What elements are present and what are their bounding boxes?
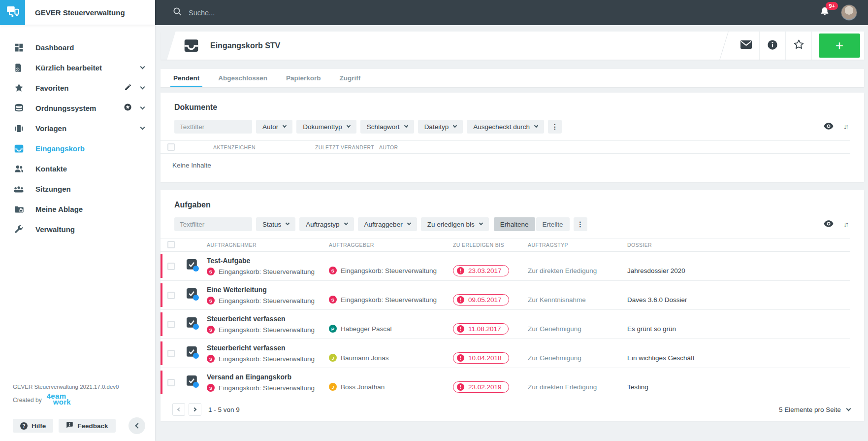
column-autor: AUTOR xyxy=(379,144,850,150)
row-checkbox[interactable] xyxy=(167,379,175,386)
task-title: Versand an Eingangskorb xyxy=(207,373,329,381)
task-row[interactable]: Versand an Eingangskorb SEingangskorb: S… xyxy=(161,368,850,397)
edit-pencil-icon[interactable] xyxy=(124,83,132,93)
recent-document-icon xyxy=(13,63,25,73)
select-all-checkbox[interactable] xyxy=(167,143,175,151)
column-zu-erledigen-bis: ZU ERLEDIGEN BIS xyxy=(453,242,528,248)
tab-pendent[interactable]: Pendent xyxy=(173,69,199,87)
sidebar-item-verwaltung[interactable]: Verwaltung xyxy=(0,219,155,239)
inbox-icon xyxy=(13,143,25,154)
status-filter-dropdown[interactable]: Status xyxy=(256,217,295,231)
application-window: GEVER Steuerverwaltung Dashboard Kürzlic… xyxy=(0,0,868,441)
sidebar-item-meine-ablage[interactable]: Meine Ablage xyxy=(0,199,155,219)
tasks-more-menu-button[interactable]: ⋮ xyxy=(574,217,587,231)
send-mail-button[interactable] xyxy=(733,32,759,60)
tasks-table-header: AUFTRAGNEHMER AUFTRAGGEBER ZU ERLEDIGEN … xyxy=(161,238,850,251)
global-search[interactable]: Suche... xyxy=(173,7,819,18)
notification-count-badge: 9+ xyxy=(826,2,838,10)
topbar: Suche... 9+ xyxy=(155,0,868,25)
task-row[interactable]: Steuerbericht verfassen SEingangskorb: S… xyxy=(161,309,850,339)
tasks-visibility-button[interactable] xyxy=(821,220,836,229)
assignee-badge: S xyxy=(207,355,215,363)
next-page-button[interactable] xyxy=(189,403,201,416)
row-checkbox[interactable] xyxy=(167,263,175,270)
task-row[interactable]: Test-Aufgabe SEingangskorb: Steuerverwal… xyxy=(161,251,850,280)
task-row[interactable]: Steuerbericht verfassen SEingangskorb: S… xyxy=(161,339,850,368)
sidebar-item-kontakte[interactable]: Kontakte xyxy=(0,159,155,179)
documents-sort-button[interactable]: ↓↑ xyxy=(840,123,850,131)
issuer-name: Eingangskorb: Steuerverwaltung xyxy=(341,267,437,274)
schlagwort-filter-dropdown[interactable]: Schlagwort xyxy=(360,120,414,134)
help-icon: ? xyxy=(20,422,28,430)
app-logo[interactable] xyxy=(0,0,25,25)
tasks-sort-button[interactable]: ↓↑ xyxy=(840,220,850,228)
documents-textfilter-input[interactable] xyxy=(174,120,252,134)
sidebar-item-dashboard[interactable]: Dashboard xyxy=(0,37,155,58)
auftragstyp-filter-dropdown[interactable]: Auftragstyp xyxy=(299,217,354,231)
chevron-down-icon xyxy=(453,124,457,128)
previous-page-button[interactable] xyxy=(172,403,185,416)
feedback-button[interactable]: Feedback xyxy=(59,419,115,433)
overdue-icon: ! xyxy=(457,267,464,274)
chevron-down-icon[interactable] xyxy=(140,85,145,90)
tab-zugriff[interactable]: Zugriff xyxy=(340,69,361,87)
assignee-badge: S xyxy=(207,297,215,305)
help-button[interactable]: ? Hilfe xyxy=(13,419,53,433)
chevron-down-icon[interactable] xyxy=(140,65,145,69)
created-by: Created by 4eam work xyxy=(13,393,155,406)
tab-papierkorb[interactable]: Papierkorb xyxy=(286,69,321,87)
assignee-name: Eingangskorb: Steuerverwaltung xyxy=(219,326,315,334)
chevron-down-icon[interactable] xyxy=(140,105,145,110)
row-checkbox[interactable] xyxy=(167,350,175,357)
sidebar-item-vorlagen[interactable]: Vorlagen xyxy=(0,118,155,138)
toggle-erhaltene[interactable]: Erhaltene xyxy=(494,217,535,231)
info-button[interactable] xyxy=(759,32,785,60)
chevron-down-icon xyxy=(404,124,408,128)
sidebar-item-favoriten[interactable]: Favoriten xyxy=(0,78,155,98)
tasks-textfilter-input[interactable] xyxy=(174,217,252,231)
zu-erledigen-bis-filter-dropdown[interactable]: Zu erledigen bis xyxy=(421,217,489,231)
column-zuletzt-veraendert: ZULETZT VERÄNDERT xyxy=(315,144,379,150)
task-row[interactable]: Eine Weiterleitung SEingangskorb: Steuer… xyxy=(161,280,850,309)
favorite-button[interactable] xyxy=(785,32,811,60)
autor-filter-dropdown[interactable]: Autor xyxy=(256,120,292,134)
user-avatar[interactable] xyxy=(841,4,857,21)
select-all-checkbox[interactable] xyxy=(167,241,175,248)
tasks-filter-row: Status Auftragstyp Auftraggeber Zu erled… xyxy=(161,209,864,238)
pagination: 1 - 5 von 9 5 Elemente pro Seite xyxy=(161,397,864,425)
ausgecheckt-durch-filter-dropdown[interactable]: Ausgecheckt durch xyxy=(467,120,544,134)
sidebar-item-sitzungen[interactable]: Sitzungen xyxy=(0,179,155,199)
toggle-erteilte[interactable]: Erteilte xyxy=(536,217,570,231)
due-date-badge: !23.03.2017 xyxy=(453,265,509,276)
app-version: GEVER Steuerverwaltung 2021.17.0.dev0 xyxy=(13,384,155,390)
sidebar-nav: Dashboard Kürzlich bearbeitet Favoriten … xyxy=(0,25,155,239)
documents-more-menu-button[interactable]: ⋮ xyxy=(548,120,562,134)
search-placeholder: Suche... xyxy=(189,9,215,17)
add-button[interactable]: + xyxy=(819,34,860,58)
due-date-badge: !23.02.2019 xyxy=(453,381,509,393)
auftraggeber-filter-dropdown[interactable]: Auftraggeber xyxy=(358,217,417,231)
favorite-circle-star-icon[interactable] xyxy=(124,103,132,113)
row-checkbox[interactable] xyxy=(167,292,175,299)
star-icon xyxy=(13,83,25,93)
meetings-group-icon xyxy=(13,184,25,195)
due-date-badge: !10.04.2018 xyxy=(453,352,509,364)
issuer-name: Habegger Pascal xyxy=(341,325,392,333)
assignee-badge: S xyxy=(207,268,215,275)
wrench-icon xyxy=(13,225,25,235)
notifications-button[interactable]: 9+ xyxy=(819,6,830,19)
per-page-selector[interactable]: 5 Elemente pro Seite xyxy=(779,406,850,413)
sidebar-item-eingangskorb[interactable]: Eingangskorb xyxy=(0,138,155,159)
eye-icon xyxy=(824,220,834,229)
sidebar-collapse-button[interactable] xyxy=(129,417,145,434)
dateityp-filter-dropdown[interactable]: Dateityp xyxy=(418,120,463,134)
tab-abgeschlossen[interactable]: Abgeschlossen xyxy=(218,69,267,87)
page-title: Eingangskorb STV xyxy=(199,41,724,50)
documents-visibility-button[interactable] xyxy=(821,123,836,131)
chevron-down-icon xyxy=(534,124,538,128)
sidebar-item-ordnungssystem[interactable]: Ordnungssystem xyxy=(0,98,155,118)
chevron-down-icon[interactable] xyxy=(140,125,145,130)
dokumenttyp-filter-dropdown[interactable]: Dokumenttyp xyxy=(296,120,356,134)
sidebar-item-kuerzlich-bearbeitet[interactable]: Kürzlich bearbeitet xyxy=(0,58,155,78)
row-checkbox[interactable] xyxy=(167,321,175,328)
